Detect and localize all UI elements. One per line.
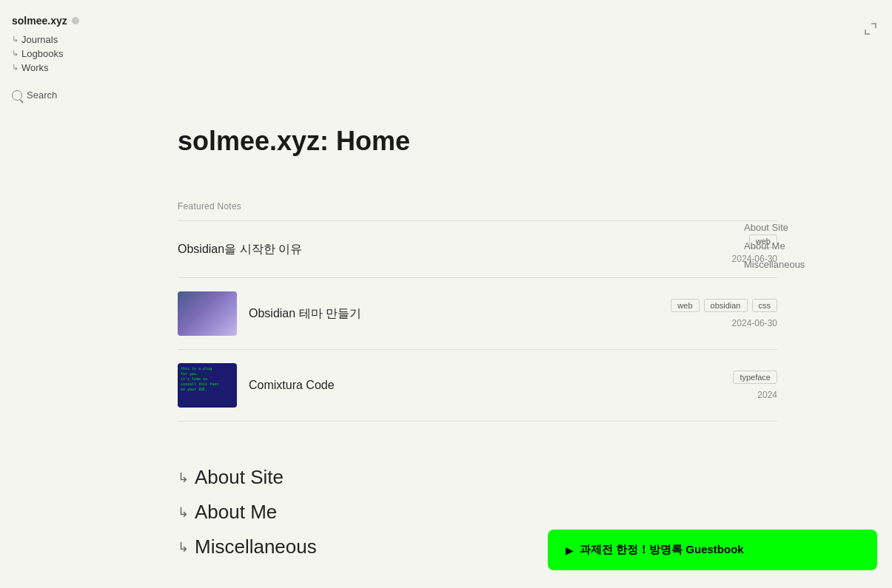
tag[interactable]: web bbox=[671, 299, 699, 312]
note-right: web obsidian css 2024-06-30 bbox=[671, 299, 777, 328]
sidebar-item-journals[interactable]: ↳ Journals bbox=[12, 34, 136, 45]
note-tags: web obsidian css bbox=[671, 299, 777, 312]
right-about-site-link[interactable]: About Site bbox=[744, 222, 862, 233]
note-title: Obsidian 테마 만들기 bbox=[249, 307, 361, 320]
expand-icon[interactable] bbox=[864, 22, 877, 38]
miscellaneous-link[interactable]: Miscellaneous bbox=[195, 535, 317, 558]
section-link-item[interactable]: ↳ About Site bbox=[178, 466, 777, 489]
play-icon: ▶ bbox=[566, 544, 574, 556]
journals-label: Journals bbox=[21, 34, 58, 45]
section-link-item[interactable]: ↳ About Me bbox=[178, 501, 777, 524]
right-sidebar: About Site About Me Miscellaneous bbox=[744, 222, 862, 277]
sidebar-nav: ↳ Journals ↳ Logbooks ↳ Works bbox=[12, 34, 136, 73]
note-title: Comixtura Code bbox=[249, 379, 335, 391]
about-me-link[interactable]: About Me bbox=[195, 501, 277, 524]
arrow-icon: ↳ bbox=[12, 63, 19, 72]
note-info: Obsidian 테마 만들기 bbox=[249, 306, 659, 322]
terminal-preview: this is a plugfor you.it's time toinstal… bbox=[181, 366, 218, 392]
guestbook-banner[interactable]: ▶ 과제전 한정！방명록 Guestbook bbox=[548, 530, 877, 570]
search-label: Search bbox=[27, 89, 57, 101]
right-miscellaneous-link[interactable]: Miscellaneous bbox=[744, 259, 862, 270]
section-arrow-icon: ↳ bbox=[178, 504, 189, 521]
note-thumbnail bbox=[178, 291, 237, 336]
works-label: Works bbox=[21, 62, 49, 73]
note-title: Obsidian을 시작한 이유 bbox=[178, 243, 302, 255]
featured-label: Featured Notes bbox=[178, 201, 777, 212]
section-arrow-icon: ↳ bbox=[178, 470, 189, 486]
right-about-me-link[interactable]: About Me bbox=[744, 240, 862, 251]
page-title: solmee.xyz: Home bbox=[178, 126, 777, 157]
note-date: 2024 bbox=[757, 390, 777, 400]
tag[interactable]: obsidian bbox=[704, 299, 748, 312]
search-button[interactable]: Search bbox=[12, 88, 57, 102]
search-icon bbox=[12, 90, 22, 101]
title-dot bbox=[72, 17, 79, 24]
logbooks-link[interactable]: ↳ Logbooks bbox=[12, 48, 136, 59]
note-tags: typeface bbox=[733, 371, 777, 384]
journals-link[interactable]: ↳ Journals bbox=[12, 34, 136, 45]
note-right: typeface 2024 bbox=[674, 371, 777, 400]
about-site-link[interactable]: About Site bbox=[195, 466, 284, 489]
site-title[interactable]: solmee.xyz bbox=[12, 15, 136, 27]
sidebar-item-works[interactable]: ↳ Works bbox=[12, 62, 136, 73]
note-thumbnail: this is a plugfor you.it's time toinstal… bbox=[178, 363, 237, 408]
note-info: Obsidian을 시작한 이유 bbox=[178, 242, 662, 257]
note-item[interactable]: Obsidian을 시작한 이유 web 2024-06-30 bbox=[178, 221, 777, 278]
logbooks-label: Logbooks bbox=[21, 48, 63, 59]
comixtura-thumbnail: this is a plugfor you.it's time toinstal… bbox=[178, 363, 237, 408]
main-content: solmee.xyz: Home Featured Notes Obsidian… bbox=[155, 0, 807, 588]
works-link[interactable]: ↳ Works bbox=[12, 62, 136, 73]
guestbook-text: 과제전 한정！방명록 Guestbook bbox=[580, 543, 744, 557]
sidebar: solmee.xyz ↳ Journals ↳ Logbooks ↳ Works… bbox=[0, 0, 148, 588]
tag[interactable]: typeface bbox=[733, 371, 777, 384]
notes-list: Obsidian을 시작한 이유 web 2024-06-30 Obsidian… bbox=[178, 220, 777, 422]
section-arrow-icon: ↳ bbox=[178, 539, 189, 555]
obsidian-thumbnail bbox=[178, 291, 237, 336]
note-item[interactable]: this is a plugfor you.it's time toinstal… bbox=[178, 350, 777, 422]
arrow-icon: ↳ bbox=[12, 49, 19, 58]
tag[interactable]: css bbox=[752, 299, 778, 312]
site-title-text: solmee.xyz bbox=[12, 15, 67, 27]
note-date: 2024-06-30 bbox=[732, 318, 777, 328]
sidebar-item-logbooks[interactable]: ↳ Logbooks bbox=[12, 48, 136, 59]
note-item[interactable]: Obsidian 테마 만들기 web obsidian css 2024-06… bbox=[178, 278, 777, 350]
arrow-icon: ↳ bbox=[12, 35, 19, 44]
note-info: Comixtura Code bbox=[249, 379, 662, 392]
